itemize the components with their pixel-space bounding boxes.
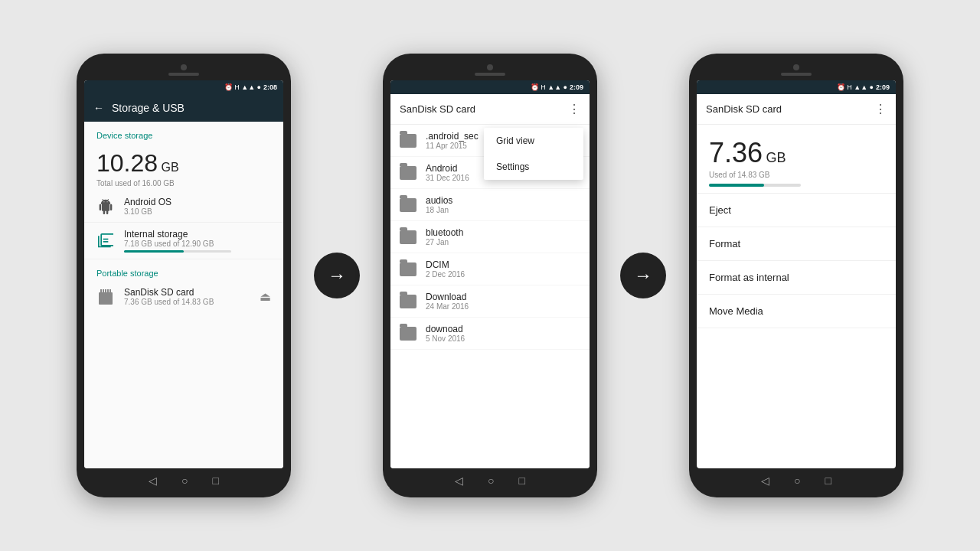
move-media-menu-item[interactable]: Move Media	[697, 295, 896, 328]
sd-settings-toolbar: SanDisk SD card ⋮	[697, 94, 896, 125]
internal-storage-item[interactable]: Internal storage 7.18 GB used of 12.90 G…	[84, 223, 283, 259]
phone-2-top	[390, 61, 590, 80]
file-info-android-sec: .android_sec 11 Apr 2015	[426, 131, 479, 150]
internal-storage-progress-fill	[124, 250, 184, 253]
file-item-dcim[interactable]: DCIM 2 Dec 2016	[390, 253, 590, 285]
phone-2-nav: ◁ ○ □	[390, 468, 590, 490]
svg-rect-4	[103, 289, 104, 293]
page-title-1: Storage & USB	[112, 102, 185, 114]
storage-content: Device storage 10.28 GB Total used of 16…	[84, 122, 283, 468]
recent-nav-3[interactable]: □	[825, 474, 831, 487]
file-date-dcim: 2 Dec 2016	[426, 270, 465, 279]
file-info-downoad: downoad 5 Nov 2016	[426, 324, 465, 343]
more-menu-btn-2[interactable]: ⋮	[568, 102, 580, 116]
folder-icon-audios	[400, 198, 416, 212]
total-size-unit: GB	[162, 161, 179, 174]
internal-storage-name: Internal storage	[124, 229, 231, 240]
phone-1: ⏰ H ▲▲ ● 2:08 ← Storage & USB Device sto…	[77, 54, 291, 497]
status-icons-3: ⏰ H ▲▲ ●	[837, 83, 874, 91]
phone-3-top	[697, 61, 896, 80]
internal-storage-icon	[96, 232, 115, 250]
sd-card-info: SanDisk SD card 7.36 GB used of 14.83 GB	[124, 287, 214, 306]
device-storage-size: 10.28 GB Total used of 16.00 GB	[84, 143, 283, 191]
total-size-num: 10.28	[96, 149, 158, 177]
back-button-1[interactable]: ←	[93, 102, 104, 114]
svg-rect-5	[105, 289, 106, 294]
phone-3-nav: ◁ ○ □	[697, 468, 896, 490]
file-name-download: Download	[426, 292, 469, 302]
folder-icon-android-sec	[400, 134, 416, 148]
back-nav-1[interactable]: ◁	[149, 474, 157, 487]
home-nav-3[interactable]: ○	[794, 474, 800, 487]
file-browser-toolbar: SanDisk SD card ⋮ Grid view Settings	[390, 94, 590, 125]
file-name-bluetooth: bluetooth	[426, 227, 463, 238]
svg-rect-1	[103, 241, 109, 243]
storage-toolbar: ← Storage & USB	[84, 94, 283, 122]
phone-1-top	[84, 61, 283, 80]
svg-rect-6	[107, 289, 109, 293]
file-date-downoad: 5 Nov 2016	[426, 334, 465, 343]
status-bar-1: ⏰ H ▲▲ ● 2:08	[84, 80, 283, 94]
dropdown-menu: Grid view Settings	[484, 128, 583, 180]
file-date-bluetooth: 27 Jan	[426, 238, 463, 246]
eject-button[interactable]: ⏏	[260, 289, 271, 304]
sd-card-title-3: SanDisk SD card	[706, 103, 782, 115]
home-nav-1[interactable]: ○	[181, 474, 188, 487]
arrow-1: →	[314, 253, 360, 298]
file-item-download[interactable]: Download 24 Mar 2016	[390, 285, 590, 318]
svg-rect-0	[103, 238, 109, 240]
file-item-downoad[interactable]: downoad 5 Nov 2016	[390, 318, 590, 350]
folder-icon-android	[400, 166, 416, 180]
sd-card-title-2: SanDisk SD card	[400, 103, 475, 115]
svg-rect-2	[99, 292, 113, 305]
eject-menu-item[interactable]: Eject	[697, 194, 896, 227]
more-menu-btn-3[interactable]: ⋮	[874, 102, 887, 116]
recent-nav-2[interactable]: □	[519, 474, 525, 487]
svg-rect-3	[100, 289, 102, 294]
status-time-2: 2:09	[570, 83, 583, 91]
file-name-audios: audios	[426, 195, 452, 206]
phone-3: ⏰ H ▲▲ ● 2:09 SanDisk SD card ⋮ 7.36 GB …	[689, 54, 903, 497]
file-info-dcim: DCIM 2 Dec 2016	[426, 259, 465, 279]
file-info-android: Android 31 Dec 2016	[426, 163, 469, 182]
sd-progress-bar	[709, 184, 801, 187]
file-item-audios[interactable]: audios 18 Jan	[390, 189, 590, 221]
sd-card-name: SanDisk SD card	[124, 287, 214, 298]
phone-1-screen: ⏰ H ▲▲ ● 2:08 ← Storage & USB Device sto…	[84, 80, 283, 468]
file-name-android: Android	[426, 163, 469, 174]
phone-1-nav: ◁ ○ □	[84, 468, 283, 490]
android-os-name: Android OS	[124, 197, 172, 207]
format-menu-item[interactable]: Format	[697, 227, 896, 261]
sd-size-sub: Used of 14.83 GB	[709, 171, 884, 179]
android-os-item[interactable]: Android OS 3.10 GB	[84, 191, 283, 223]
internal-storage-info: Internal storage 7.18 GB used of 12.90 G…	[124, 229, 231, 253]
recent-nav-1[interactable]: □	[213, 474, 219, 487]
file-info-audios: audios 18 Jan	[426, 195, 452, 214]
sd-size-num: 7.36	[709, 137, 763, 168]
sd-card-item[interactable]: SanDisk SD card 7.36 GB used of 14.83 GB…	[84, 281, 283, 312]
file-name-android-sec: .android_sec	[426, 131, 479, 142]
sd-card-icon	[96, 288, 115, 306]
home-nav-2[interactable]: ○	[488, 474, 494, 487]
sd-progress-fill	[709, 184, 764, 187]
folder-icon-download	[400, 295, 416, 308]
folder-icon-bluetooth	[400, 230, 416, 244]
camera-dot-3	[793, 64, 799, 70]
back-nav-3[interactable]: ◁	[761, 474, 769, 487]
settings-option[interactable]: Settings	[484, 154, 583, 180]
grid-view-option[interactable]: Grid view	[484, 128, 583, 154]
speaker-bar-2	[475, 73, 505, 76]
format-as-internal-menu-item[interactable]: Format as internal	[697, 261, 896, 295]
file-date-android-sec: 11 Apr 2015	[426, 142, 479, 150]
arrow-2: →	[620, 253, 666, 298]
phone-2: ⏰ H ▲▲ ● 2:09 SanDisk SD card ⋮ Grid vie…	[383, 54, 597, 497]
back-nav-2[interactable]: ◁	[455, 474, 463, 487]
sd-card-detail: 7.36 GB used of 14.83 GB	[124, 298, 214, 306]
android-os-detail: 3.10 GB	[124, 207, 172, 216]
file-item-bluetooth[interactable]: bluetooth 27 Jan	[390, 221, 590, 253]
total-size-sub: Total used of 16.00 GB	[96, 179, 271, 187]
file-name-dcim: DCIM	[426, 259, 465, 270]
folder-icon-downoad	[400, 327, 416, 341]
file-info-download: Download 24 Mar 2016	[426, 292, 469, 311]
camera-dot-2	[487, 64, 493, 70]
